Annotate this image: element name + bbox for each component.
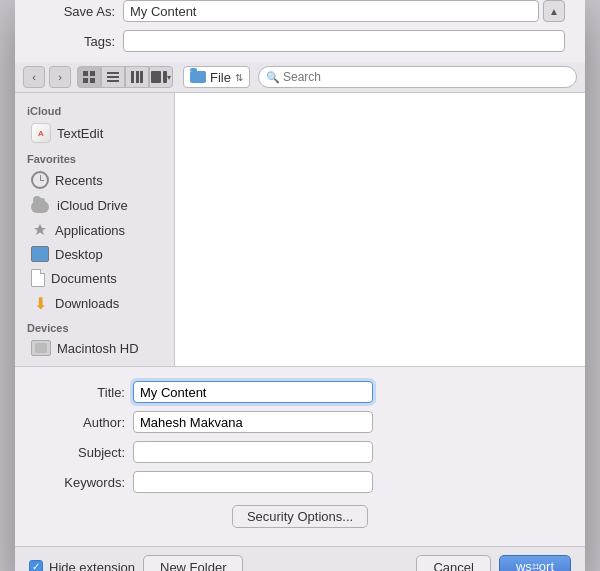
list-view-button[interactable] (101, 66, 125, 88)
file-browser-content (175, 93, 585, 366)
author-input[interactable] (133, 411, 373, 433)
save-as-section: Save As: ▲ Tags: (15, 0, 585, 62)
subject-input[interactable] (133, 441, 373, 463)
sidebar-item-icloud-drive[interactable]: iCloud Drive (19, 193, 170, 217)
expand-collapse-button[interactable]: ▲ (543, 0, 565, 22)
downloads-icon: ⬇ (31, 294, 49, 312)
hide-extension-checkbox[interactable]: ✓ (29, 560, 43, 571)
browser-toolbar: ‹ › ▾ F (15, 62, 585, 93)
browser-body: ‹ › ▾ F (15, 62, 585, 366)
sidebar-item-label: Desktop (55, 247, 103, 262)
author-label: Author: (35, 415, 125, 430)
save-as-label: Save As: (35, 4, 115, 19)
hide-extension-label: Hide extension (49, 560, 135, 572)
documents-icon (31, 269, 45, 287)
subject-label: Subject: (35, 445, 125, 460)
sidebar-item-textedit[interactable]: A TextEdit (19, 120, 170, 146)
browser-inner: iCloud A TextEdit Favorites Recents iClo… (15, 93, 585, 366)
save-button-label: ws⌗ort (516, 559, 554, 571)
forward-icon: › (58, 71, 62, 83)
keywords-input[interactable] (133, 471, 373, 493)
checkmark-icon: ✓ (32, 562, 40, 571)
subject-row: Subject: (35, 441, 565, 463)
search-wrapper: 🔍 (258, 66, 577, 88)
sidebar-item-label: Downloads (55, 296, 119, 311)
sidebar-item-label: Macintosh HD (57, 341, 139, 356)
svg-rect-9 (140, 71, 143, 83)
chevron-up-icon: ▲ (549, 6, 559, 17)
tags-label: Tags: (35, 34, 115, 49)
title-label: Title: (35, 385, 125, 400)
view-toggle-group: ▾ (77, 66, 173, 88)
svg-rect-6 (107, 80, 119, 82)
icloud-drive-icon (31, 196, 51, 214)
svg-rect-7 (131, 71, 134, 83)
svg-rect-5 (107, 76, 119, 78)
form-section: Title: Author: Subject: Keywords: Securi… (15, 366, 585, 546)
location-chevrons-icon: ⇅ (235, 72, 243, 83)
column-view-button[interactable] (125, 66, 149, 88)
back-button[interactable]: ‹ (23, 66, 45, 88)
keywords-label: Keywords: (35, 475, 125, 490)
svg-rect-8 (136, 71, 139, 83)
tags-row: Tags: (35, 30, 565, 52)
keywords-row: Keywords: (35, 471, 565, 493)
textedit-icon: A (31, 123, 51, 143)
save-button[interactable]: ws⌗ort (499, 555, 571, 571)
sidebar-item-label: iCloud Drive (57, 198, 128, 213)
sidebar-item-label: Documents (51, 271, 117, 286)
sidebar-item-recents[interactable]: Recents (19, 168, 170, 192)
gallery-view-button[interactable]: ▾ (149, 66, 173, 88)
new-folder-button[interactable]: New Folder (143, 555, 243, 571)
security-options-button[interactable]: Security Options... (232, 505, 368, 528)
svg-rect-10 (151, 71, 161, 83)
svg-rect-3 (90, 78, 95, 83)
desktop-icon (31, 246, 49, 262)
sidebar: iCloud A TextEdit Favorites Recents iClo… (15, 93, 175, 366)
sidebar-item-desktop[interactable]: Desktop (19, 243, 170, 265)
back-icon: ‹ (32, 71, 36, 83)
folder-icon (190, 71, 206, 83)
cancel-button[interactable]: Cancel (416, 555, 490, 571)
tags-input[interactable] (123, 30, 565, 52)
save-as-input[interactable] (123, 0, 539, 22)
svg-rect-4 (107, 72, 119, 74)
sidebar-section-favorites: Favorites (15, 147, 174, 167)
sidebar-section-icloud: iCloud (15, 99, 174, 119)
svg-rect-1 (90, 71, 95, 76)
sidebar-section-devices: Devices (15, 316, 174, 336)
bottom-bar: ✓ Hide extension New Folder Cancel ws⌗or… (15, 546, 585, 571)
location-text: File (210, 70, 231, 85)
sidebar-item-label: Recents (55, 173, 103, 188)
svg-rect-0 (83, 71, 88, 76)
sidebar-item-label: Applications (55, 223, 125, 238)
search-input[interactable] (258, 66, 577, 88)
macintosh-hd-icon (31, 340, 51, 356)
hide-extension-wrapper[interactable]: ✓ Hide extension (29, 560, 135, 572)
applications-icon (31, 221, 49, 239)
save-as-row: Save As: ▲ (35, 0, 565, 22)
sidebar-item-applications[interactable]: Applications (19, 218, 170, 242)
sidebar-item-label: TextEdit (57, 126, 103, 141)
title-input[interactable] (133, 381, 373, 403)
icon-view-button[interactable] (77, 66, 101, 88)
recents-icon (31, 171, 49, 189)
security-options-wrapper: Security Options... (35, 501, 565, 536)
svg-rect-2 (83, 78, 88, 83)
sidebar-item-macintosh-hd[interactable]: Macintosh HD (19, 337, 170, 359)
title-row: Title: (35, 381, 565, 403)
forward-button[interactable]: › (49, 66, 71, 88)
location-dropdown[interactable]: File ⇅ (183, 66, 250, 88)
sidebar-item-downloads[interactable]: ⬇ Downloads (19, 291, 170, 315)
sidebar-item-documents[interactable]: Documents (19, 266, 170, 290)
author-row: Author: (35, 411, 565, 433)
save-dialog: Save As: ▲ Tags: ‹ › (15, 0, 585, 571)
